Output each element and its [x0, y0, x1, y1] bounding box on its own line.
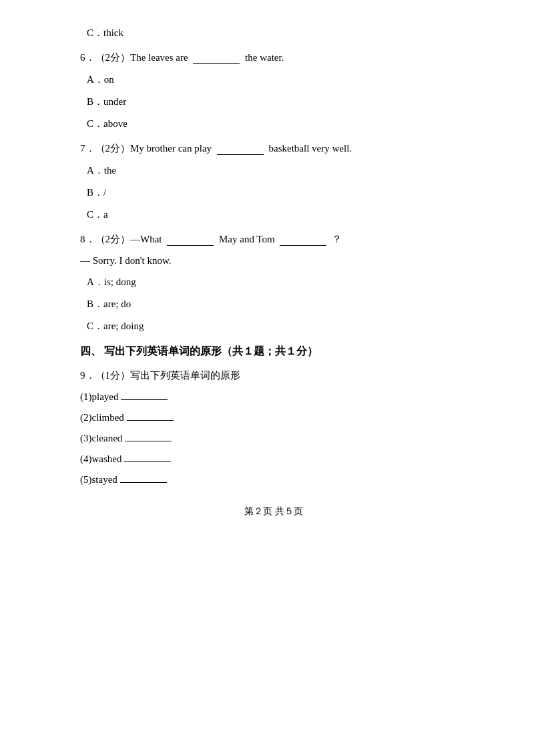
question-6: 6．（2分）The leaves are the water. A．on B．u… — [80, 51, 467, 130]
item-word: played — [92, 391, 119, 402]
q8-option-b: B．are; do — [80, 298, 467, 311]
item-blank[interactable] — [121, 399, 168, 400]
item-word: stayed — [92, 474, 117, 485]
fill-blank-item: (5)stayed — [80, 474, 467, 486]
question-8-reply: — Sorry. I don't know. — [80, 255, 467, 266]
item-word: climbed — [92, 412, 124, 423]
item-word: washed — [92, 453, 122, 464]
item-blank[interactable] — [127, 420, 174, 421]
item-id: (5) — [80, 474, 92, 485]
q6-option-a: A．on — [80, 73, 467, 86]
fill-blank-item: (1)played — [80, 391, 467, 403]
item-blank[interactable] — [124, 461, 171, 462]
q8-blank1 — [167, 245, 214, 246]
fill-blank-item: (4)washed — [80, 453, 467, 465]
item-id: (2) — [80, 412, 92, 423]
q7-blank — [217, 154, 264, 155]
page-footer: 第２页 共５页 — [80, 506, 467, 518]
q6-option-c: C．above — [80, 118, 467, 130]
item-blank[interactable] — [120, 482, 167, 483]
item-id: (3) — [80, 433, 92, 443]
q6-blank — [193, 63, 240, 64]
item-word: cleaned — [92, 433, 123, 443]
q7-option-a: A．the — [80, 164, 467, 177]
q6-option-b: B．under — [80, 96, 467, 108]
q8-blank2 — [280, 245, 326, 246]
option-c-q5: C．thick — [80, 27, 467, 39]
section-4-header: 四、 写出下列英语单词的原形（共１题；共１分） — [80, 345, 467, 359]
q7-option-b: B．/ — [80, 186, 467, 199]
q8-option-c: C．are; doing — [80, 320, 467, 333]
q8-option-a: A．is; dong — [80, 276, 467, 289]
question-8: 8．（2分）—What May and Tom ？ — Sorry. I don… — [80, 233, 467, 333]
item-id: (4) — [80, 453, 92, 464]
question-9: 9．（1分）写出下列英语单词的原形 (1)played (2)climbed (… — [80, 369, 467, 486]
fill-blank-item: (3)cleaned — [80, 433, 467, 444]
question-7: 7．（2分）My brother can play basketball ver… — [80, 142, 467, 221]
item-blank[interactable] — [125, 441, 172, 441]
fill-blank-item: (2)climbed — [80, 412, 467, 423]
question-7-text: 7．（2分）My brother can play basketball ver… — [80, 142, 467, 155]
option-c-q5-text: C．thick — [80, 27, 467, 39]
question-6-text: 6．（2分）The leaves are the water. — [80, 51, 467, 64]
q7-option-c: C．a — [80, 208, 467, 221]
question-9-label: 9．（1分）写出下列英语单词的原形 — [80, 369, 467, 382]
item-id: (1) — [80, 391, 92, 402]
question-8-text: 8．（2分）—What May and Tom ？ — [80, 233, 467, 246]
